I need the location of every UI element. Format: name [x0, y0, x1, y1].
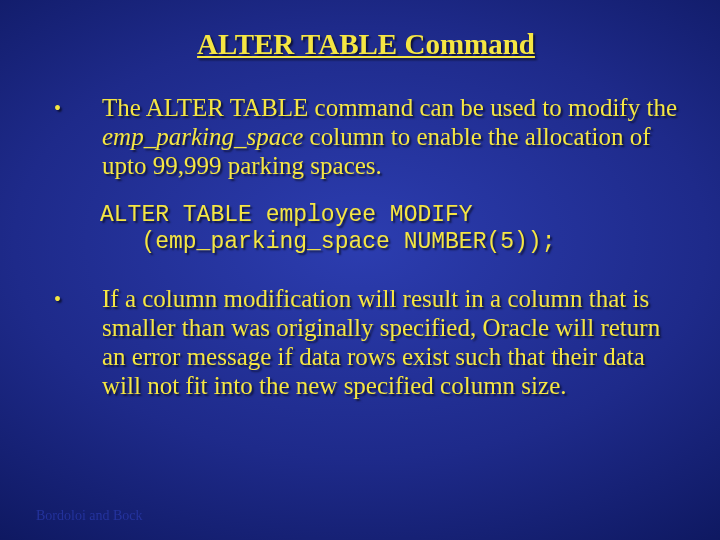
bullet-symbol: • — [52, 284, 102, 315]
footer-credit: Bordoloi and Bock — [36, 508, 143, 524]
bullet-text: If a column modification will result in … — [102, 284, 680, 400]
bullet-text: The ALTER TABLE command can be used to m… — [102, 93, 680, 180]
code-block: ALTER TABLE employee MODIFY (emp_parking… — [100, 202, 680, 256]
slide: ALTER TABLE Command • The ALTER TABLE co… — [0, 0, 720, 540]
bullet-symbol: • — [52, 93, 102, 124]
slide-title: ALTER TABLE Command — [52, 28, 680, 61]
bullet-item: • If a column modification will result i… — [52, 284, 680, 400]
bullet-item: • The ALTER TABLE command can be used to… — [52, 93, 680, 180]
